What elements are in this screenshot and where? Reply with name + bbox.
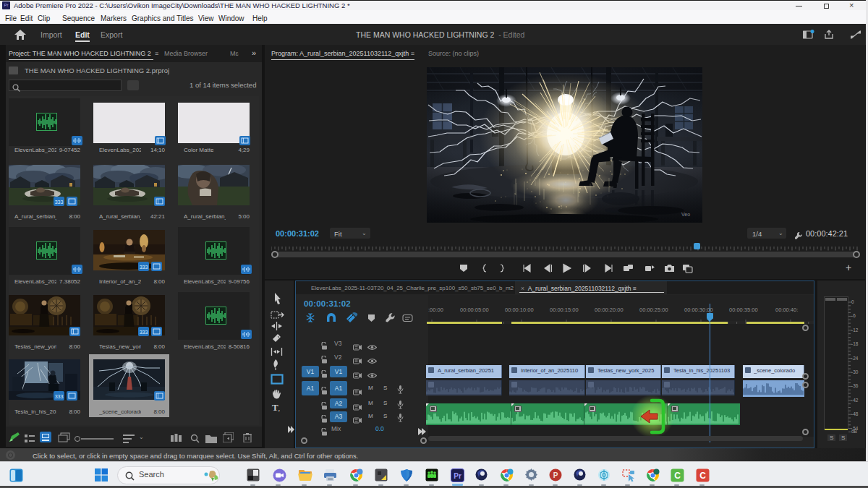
svg-text:Pr: Pr bbox=[454, 472, 461, 480]
svg-text:P: P bbox=[553, 471, 558, 479]
svg-text:C: C bbox=[699, 471, 706, 481]
svg-text:C: C bbox=[674, 471, 681, 481]
svg-text:333: 333 bbox=[55, 200, 64, 205]
svg-text:Veo: Veo bbox=[681, 212, 690, 217]
svg-text:333: 333 bbox=[140, 265, 148, 270]
svg-text:333: 333 bbox=[55, 394, 64, 399]
svg-text:333: 333 bbox=[140, 330, 148, 335]
